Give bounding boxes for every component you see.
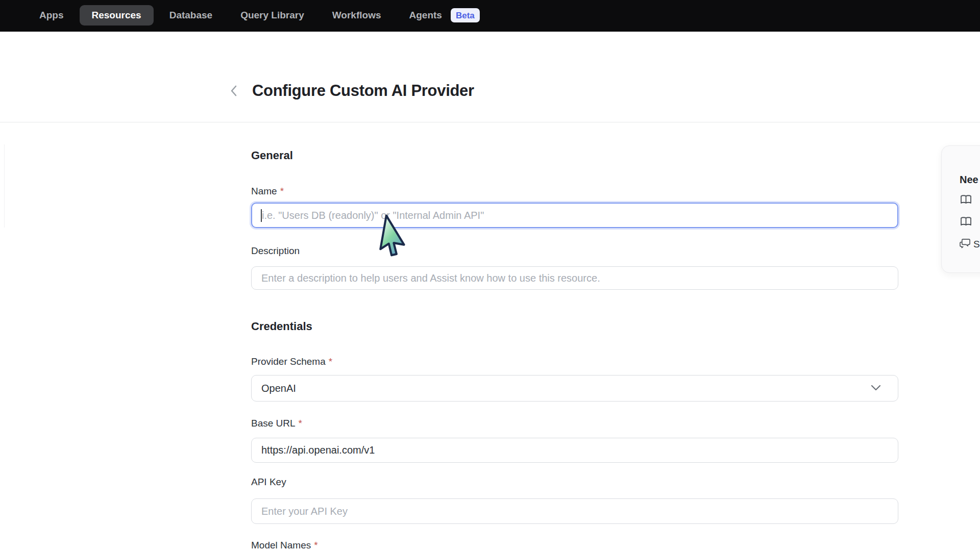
required-asterisk: * [299,418,302,429]
provider-schema-label-text: Provider Schema [251,356,326,367]
nav-item-agents[interactable]: Agents Beta [409,6,480,24]
base-url-label-text: Base URL [251,418,296,429]
required-asterisk: * [280,186,284,196]
description-label-text: Description [251,245,300,256]
api-key-label-text: API Key [251,477,286,487]
name-input[interactable] [251,203,898,228]
model-names-field-label: Model Names* [251,539,898,551]
help-link-docs-2[interactable] [960,216,980,229]
chevron-down-icon [871,384,888,393]
beta-badge: Beta [451,8,480,22]
section-heading-credentials: Credentials [251,320,898,333]
required-asterisk: * [314,540,317,550]
help-link-support[interactable]: S [960,238,980,251]
nav-item-resources[interactable]: Resources [80,5,154,26]
section-heading-general: General [251,149,898,162]
help-link-docs-1[interactable] [960,194,980,207]
nav-item-workflows[interactable]: Workflows [332,6,381,24]
help-panel-heading: Nee [960,174,980,185]
nav-item-apps[interactable]: Apps [39,6,64,24]
book-icon [960,215,972,230]
model-names-label-text: Model Names [251,540,311,550]
nav-list: Apps Resources Database Query Library Wo… [39,5,480,26]
name-label-text: Name [251,186,277,196]
api-key-input[interactable] [251,498,898,524]
name-field-label: Name* [251,185,898,197]
required-asterisk: * [329,356,332,367]
nav-item-agents-label: Agents [409,6,442,24]
book-icon [960,193,972,208]
page-title: Configure Custom AI Provider [252,82,474,100]
nav-item-database[interactable]: Database [169,6,213,24]
provider-schema-select[interactable]: OpenAI [251,375,898,402]
provider-schema-selected-value: OpenAI [261,383,296,394]
description-input[interactable] [251,266,898,290]
help-link-label: S [973,239,980,250]
chat-icon [960,238,970,251]
back-button[interactable] [228,86,239,98]
text-caret [261,209,262,222]
left-page-edge [0,144,5,228]
help-panel: Nee S [941,145,980,273]
provider-form: General Name* Description Credentials Pr… [251,122,898,551]
top-nav-bar: Apps Resources Database Query Library Wo… [0,0,980,32]
provider-schema-field-label: Provider Schema* [251,356,898,368]
base-url-field-label: Base URL* [251,417,898,430]
description-field-label: Description [251,245,898,257]
chevron-left-icon [230,85,237,98]
nav-item-query-library[interactable]: Query Library [240,6,304,24]
api-key-field-label: API Key [251,476,898,488]
base-url-input[interactable] [251,438,898,463]
